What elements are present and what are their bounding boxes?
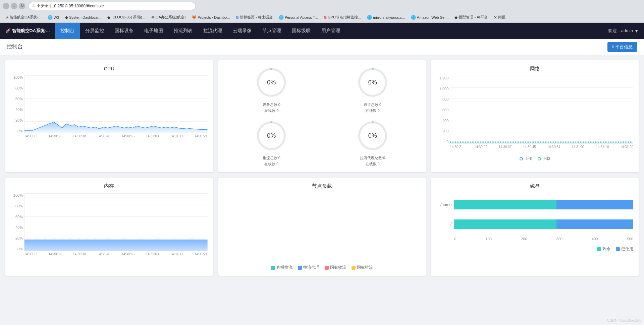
nav-item-streamlist[interactable]: 推流列表 (168, 23, 198, 39)
disk-bar-chart: /home / 0 (436, 193, 633, 259)
cpu-x-axis: 14:30:22 14:30:30 14:30:38 14:30:46 14:3… (24, 133, 208, 142)
reload-button[interactable]: ↻ (19, 3, 25, 9)
disk-x-300: 300 (556, 237, 562, 241)
disk-x-100: 100 (486, 237, 492, 241)
gauge-pull: 0% 拉流代理总数:0在线数:0 (325, 119, 420, 167)
legend-live-stream: 直播推流 (271, 265, 292, 270)
bookmark-cloud[interactable]: ◆ [CLOUD-35] 课研g... (105, 14, 148, 21)
bookmark-oa[interactable]: ✈ 智能航空OA系统-... (3, 14, 44, 21)
platform-info-button[interactable]: ℹ 平台信息 (607, 42, 637, 52)
disk-x-400: 400 (592, 237, 598, 241)
bookmark-projects[interactable]: 🦊 Projects · Dashbo... (189, 14, 232, 21)
welcome-text: 欢迎，admin (608, 28, 633, 34)
legend-pull-proxy: 拉流代理 (298, 265, 319, 270)
forward-button[interactable]: › (11, 3, 17, 9)
bookmark-label-juejin: 新标签页 - 稀土掘金 (240, 15, 273, 20)
gauge-device-label: 设备总数:0在线数:0 (263, 102, 280, 114)
network-legend: 上传 下载 (436, 156, 633, 161)
node-load-chart: 直播推流 拉流代理 国标收流 国标推流 (224, 193, 421, 270)
nav-user-area: 欢迎，admin ▼ (608, 28, 644, 34)
bookmark-juejin[interactable]: G 新标签页 - 稀土掘金 (233, 14, 275, 21)
bookmark-label-projects: Projects · Dashbo... (198, 15, 230, 19)
cpu-card: CPU 100% 80% 60% 40% 20% 0% (5, 60, 213, 172)
nav-item-console[interactable]: 控制台 (55, 23, 80, 39)
disk-legend: 剩余 已使用 (436, 246, 633, 252)
logo-text: 🚀 智能航空OA系统-... (5, 28, 50, 34)
bookmark-oa2[interactable]: ❋ OA办公系统(航空) (149, 14, 188, 21)
dashboard: CPU 100% 80% 60% 40% 20% 0% (0, 55, 644, 281)
nav-item-gbcascade[interactable]: 国标级联 (286, 23, 316, 39)
disk-x-0: 0 (454, 237, 456, 241)
memory-x-axis: 14:30:22 14:30:30 14:30:38 14:30:46 14:3… (24, 251, 208, 260)
node-load-card: 节点负载 直播推流 拉流代理 国标收流 (218, 178, 426, 276)
nav-item-multiscreen[interactable]: 分屏监控 (80, 23, 109, 39)
legend-disk-used: 已使用 (616, 246, 633, 252)
legend-gb-receive-label: 国标收流 (330, 265, 346, 270)
security-icon: ⚠ (32, 4, 35, 8)
gauge-pull-label: 拉流代理总数:0在线数:0 (360, 155, 385, 167)
gauge-pull-text: 0% (368, 132, 377, 139)
bookmark-w3[interactable]: 🌐 W3 (45, 14, 62, 21)
back-button[interactable]: ‹ (3, 3, 9, 9)
nav-item-pullproxy[interactable]: 拉流代理 (198, 23, 227, 39)
bookmark-icon-ai: ◆ (454, 15, 458, 20)
nav-item-cloudvideo[interactable]: 云端录像 (227, 23, 257, 39)
disk-bar-root-container (454, 219, 633, 229)
bookmark-label-cloud: [CLOUD-35] 课研g... (111, 15, 145, 20)
app-logo: 🚀 智能航空OA系统-... (0, 28, 55, 34)
nav-item-usermanage[interactable]: 用户管理 (316, 23, 345, 39)
bookmark-icon-cloud: ◆ (107, 15, 110, 20)
legend-download-dot (538, 157, 541, 160)
network-title: 网络 (436, 66, 633, 72)
bookmark-news[interactable]: ✕ 闻报 (491, 14, 508, 21)
bookmarks-bar: ✈ 智能航空OA系统-... 🌐 W3 ◆ System Dashboar...… (0, 12, 644, 23)
gauge-stream-text: 0% (267, 132, 276, 139)
memory-card: 内存 100% 80% 60% 40% 20% 0% (5, 178, 213, 276)
node-load-title: 节点负载 (224, 183, 421, 189)
disk-x-500: 500 (627, 237, 633, 241)
bookmark-icon-system: ◆ (65, 15, 68, 20)
disk-row-root: / (436, 219, 633, 229)
gauge-channel-text: 0% (368, 79, 377, 86)
legend-upload-dot (520, 157, 523, 160)
nav-item-gbdevice[interactable]: 国标设备 (109, 23, 139, 39)
cpu-grid-lines (24, 75, 208, 133)
bookmark-mirrors[interactable]: 🌐 mirrors.aliyuncs.c... (364, 14, 408, 21)
bookmark-aws[interactable]: 🌐 Amazon Web Ser... (408, 14, 451, 21)
legend-download-label: 下载 (542, 156, 550, 161)
bookmark-label-mirrors: mirrors.aliyuncs.c... (373, 15, 405, 19)
nav-item-nodemanage[interactable]: 节点管理 (257, 23, 286, 39)
disk-bar-root (454, 219, 633, 229)
network-grid-lines (450, 76, 633, 143)
address-bar[interactable]: ⚠ 不安全 | 10.250.8.95:18080/#/console (28, 2, 196, 10)
cpu-chart: 100% 80% 60% 40% 20% 0% (11, 75, 208, 142)
legend-gb-push-icon (352, 266, 356, 270)
app-navigation: 🚀 智能航空OA系统-... 控制台 分屏监控 国标设备 电子地图 推流列表 拉… (0, 23, 644, 39)
network-y-axis: 1,200 1,000 800 600 400 200 0 (436, 76, 450, 144)
nav-items: 控制台 分屏监控 国标设备 电子地图 推流列表 拉流代理 云端录像 节点管理 国… (55, 23, 608, 39)
bookmark-ai[interactable]: ◆ 模型管理 - AI平台 (452, 14, 490, 21)
memory-y-axis: 100% 80% 60% 40% 20% 0% (11, 193, 24, 251)
disk-x-200: 200 (521, 237, 527, 241)
bookmark-personal[interactable]: 🌐 Personal Access T... (276, 14, 321, 21)
bookmark-gpu[interactable]: G GPU节点指标监控... (321, 14, 364, 21)
page-header: 控制台 ℹ 平台信息 (0, 39, 644, 55)
bookmark-icon-w3: 🌐 (48, 15, 53, 20)
gauges-grid: 0% 设备总数:0在线数:0 0% 通道总数:0在线数:0 (224, 66, 421, 167)
bookmark-system[interactable]: ◆ System Dashboar... (62, 14, 104, 21)
gauge-channel: 0% 通道总数:0在线数:0 (325, 66, 420, 114)
dropdown-icon[interactable]: ▼ (634, 28, 639, 34)
disk-card: 磁盘 /home / (431, 178, 639, 276)
legend-pull-proxy-icon (298, 266, 302, 270)
legend-disk-remain: 剩余 (597, 246, 610, 252)
memory-grid-lines (24, 193, 208, 251)
bookmark-icon-gpu: G (324, 15, 327, 19)
nav-item-map[interactable]: 电子地图 (139, 23, 168, 39)
legend-disk-remain-icon (597, 247, 601, 251)
legend-disk-remain-label: 剩余 (602, 246, 610, 252)
browser-nav-buttons: ‹ › ↻ (3, 3, 25, 9)
security-text: 不安全 (37, 3, 49, 9)
cpu-y-axis: 100% 80% 60% 40% 20% 0% (11, 75, 24, 133)
disk-bar-home (454, 200, 633, 209)
bookmark-label-oa2: OA办公系统(航空) (156, 15, 185, 20)
